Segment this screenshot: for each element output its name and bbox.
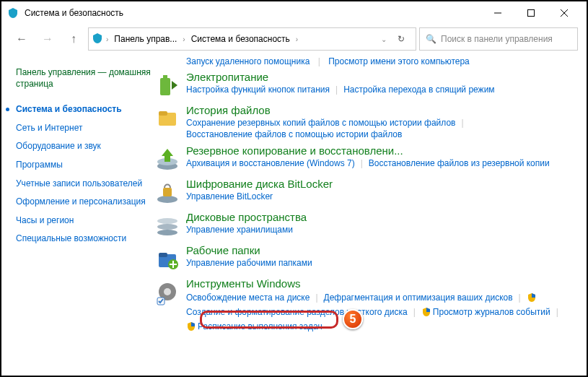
- svg-rect-5: [163, 75, 167, 78]
- svg-rect-7: [159, 111, 167, 116]
- app-icon: [7, 7, 19, 19]
- link[interactable]: Дефрагментация и оптимизация ваших диско…: [324, 290, 513, 305]
- category-title[interactable]: Шифрование диска BitLocker: [186, 178, 572, 191]
- sidebar-item[interactable]: Система и безопасность: [16, 100, 153, 119]
- category-backup: Резервное копирование и восстановлени...…: [153, 144, 572, 173]
- refresh-button[interactable]: ↻: [390, 27, 413, 51]
- link[interactable]: Архивация и восстановление (Windows 7): [186, 157, 355, 169]
- battery-icon: [153, 71, 182, 100]
- search-icon: 🔍: [426, 34, 436, 44]
- svg-rect-11: [163, 188, 172, 196]
- link[interactable]: Настройка перехода в спящий режим: [343, 84, 494, 95]
- breadcrumb-seg[interactable]: Панель управ...: [111, 32, 180, 46]
- link[interactable]: Просмотр имени этого компьютера: [328, 56, 470, 66]
- sidebar-item[interactable]: Сеть и Интернет: [16, 119, 153, 138]
- drives-icon: [153, 211, 182, 240]
- link[interactable]: Просмотр журналов событий: [433, 305, 550, 319]
- shield-icon: [186, 321, 196, 332]
- chevron-right-icon: ›: [294, 35, 299, 43]
- svg-rect-16: [159, 253, 167, 257]
- minimize-button[interactable]: [481, 2, 514, 24]
- link[interactable]: Сохранение резервных копий файлов с помо…: [186, 117, 456, 129]
- svg-rect-1: [528, 10, 535, 17]
- category-title[interactable]: Электропитание: [186, 71, 572, 84]
- lock-icon: [153, 178, 182, 207]
- backup-icon: [153, 144, 182, 173]
- chevron-right-icon: ›: [105, 35, 110, 43]
- address-bar[interactable]: › Панель управ... › Система и безопаснос…: [88, 27, 416, 51]
- sidebar: Панель управления — домашняя страница Си…: [1, 53, 153, 376]
- chevron-right-icon: ›: [181, 35, 186, 43]
- category-title[interactable]: Инструменты Windows: [186, 277, 572, 290]
- shield-icon: [421, 307, 431, 317]
- sidebar-item[interactable]: Оформление и персонализация: [16, 193, 153, 212]
- gear-icon: [153, 277, 182, 306]
- category-wintools: Инструменты Windows Освобождение места н…: [153, 277, 572, 334]
- category-title[interactable]: Резервное копирование и восстановлени...: [186, 144, 572, 157]
- svg-point-12: [157, 218, 177, 224]
- cut-off-links: Запуск удаленного помощника | Просмотр и…: [153, 56, 572, 71]
- link[interactable]: Управление хранилищами: [186, 224, 293, 235]
- link[interactable]: Освобождение места на диске: [186, 290, 310, 305]
- forward-button[interactable]: →: [36, 27, 59, 51]
- category-power: Электропитание Настройка функций кнопок …: [153, 71, 572, 100]
- shield-icon: [92, 32, 103, 46]
- close-button[interactable]: [548, 2, 581, 24]
- link[interactable]: Восстановление файлов из резервной копии: [369, 157, 550, 169]
- category-filehistory: История файлов Сохранение резервных копи…: [153, 104, 572, 140]
- sidebar-home[interactable]: Панель управления — домашняя страница: [16, 64, 153, 93]
- annotation-callout: 5: [343, 309, 363, 329]
- link[interactable]: Управление рабочими папками: [186, 257, 312, 269]
- main-panel: Запуск удаленного помощника | Просмотр и…: [153, 53, 587, 376]
- link[interactable]: Запуск удаленного помощника: [186, 56, 310, 66]
- svg-point-10: [157, 196, 177, 203]
- folder-history-icon: [153, 104, 182, 133]
- search-input[interactable]: 🔍 Поиск в панели управления: [419, 27, 578, 51]
- sidebar-item[interactable]: Программы: [16, 156, 153, 175]
- breadcrumb-seg[interactable]: Система и безопасность: [188, 32, 293, 46]
- search-placeholder: Поиск в панели управления: [441, 34, 553, 44]
- content-area: Панель управления — домашняя страница Си…: [1, 53, 587, 376]
- maximize-button[interactable]: [514, 2, 548, 24]
- svg-rect-4: [160, 78, 170, 95]
- category-title[interactable]: Дисковые пространства: [186, 211, 572, 224]
- nav-row: ← → ↑ › Панель управ... › Система и безо…: [1, 25, 587, 53]
- link[interactable]: Настройка функций кнопок питания: [186, 84, 330, 95]
- back-button[interactable]: ←: [10, 27, 33, 51]
- link[interactable]: Расписание выполнения задач: [198, 319, 322, 334]
- work-folder-icon: [153, 244, 182, 273]
- svg-point-14: [157, 230, 177, 235]
- category-workfolders: Рабочие папки Управление рабочими папкам…: [153, 244, 572, 273]
- window-controls: [481, 2, 581, 24]
- sidebar-item[interactable]: Специальные возможности: [16, 230, 153, 248]
- category-storagespaces: Дисковые пространства Управление хранили…: [153, 211, 572, 240]
- category-title[interactable]: Рабочие папки: [186, 244, 572, 257]
- link[interactable]: Управление BitLocker: [186, 191, 273, 202]
- shield-icon: [527, 292, 537, 303]
- category-title[interactable]: История файлов: [186, 104, 572, 117]
- sidebar-item[interactable]: Учетные записи пользователей: [16, 175, 153, 194]
- category-bitlocker: Шифрование диска BitLocker Управление Bi…: [153, 178, 572, 207]
- chevron-down-icon[interactable]: ⌄: [379, 35, 388, 43]
- up-button[interactable]: ↑: [62, 27, 85, 51]
- svg-point-13: [157, 224, 177, 230]
- svg-point-19: [164, 288, 171, 295]
- link[interactable]: Восстановление файлов с помощью истории …: [186, 129, 402, 140]
- window-title: Система и безопасность: [25, 8, 481, 18]
- sidebar-item[interactable]: Оборудование и звук: [16, 137, 153, 156]
- link[interactable]: Создание и форматирование разделов жестк…: [186, 305, 408, 319]
- titlebar: Система и безопасность: [1, 1, 587, 25]
- sidebar-item[interactable]: Часы и регион: [16, 212, 153, 230]
